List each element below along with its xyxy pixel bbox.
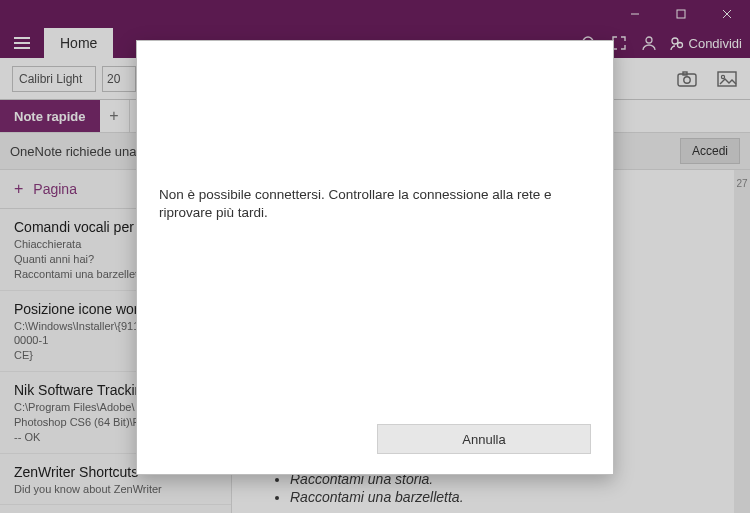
- error-dialog: Non è possibile connettersi. Controllare…: [136, 40, 614, 475]
- modal-overlay: Non è possibile connettersi. Controllare…: [0, 0, 750, 513]
- cancel-button[interactable]: Annulla: [377, 424, 591, 454]
- error-message: Non è possibile connettersi. Controllare…: [159, 186, 591, 222]
